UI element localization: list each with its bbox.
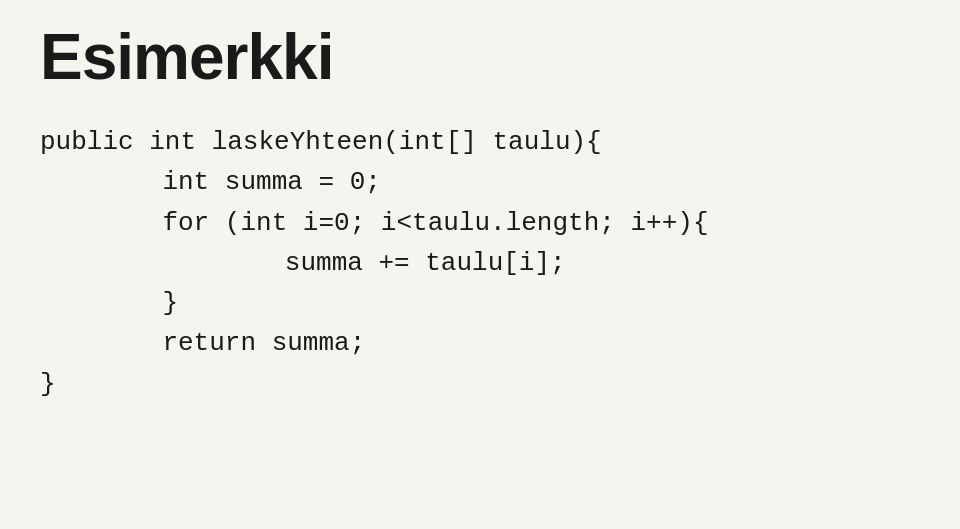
code-line-6: return summa; [40, 323, 920, 363]
page-title: Esimerkki [40, 20, 920, 94]
code-line-7: } [40, 364, 920, 404]
code-line-5: } [40, 283, 920, 323]
code-line-4: summa += taulu[i]; [40, 243, 920, 283]
code-line-1: public int laskeYhteen(int[] taulu){ [40, 122, 920, 162]
code-block: public int laskeYhteen(int[] taulu){ int… [40, 122, 920, 404]
page-container: Esimerkki public int laskeYhteen(int[] t… [0, 0, 960, 529]
code-line-2: int summa = 0; [40, 162, 920, 202]
code-line-3: for (int i=0; i<taulu.length; i++){ [40, 203, 920, 243]
